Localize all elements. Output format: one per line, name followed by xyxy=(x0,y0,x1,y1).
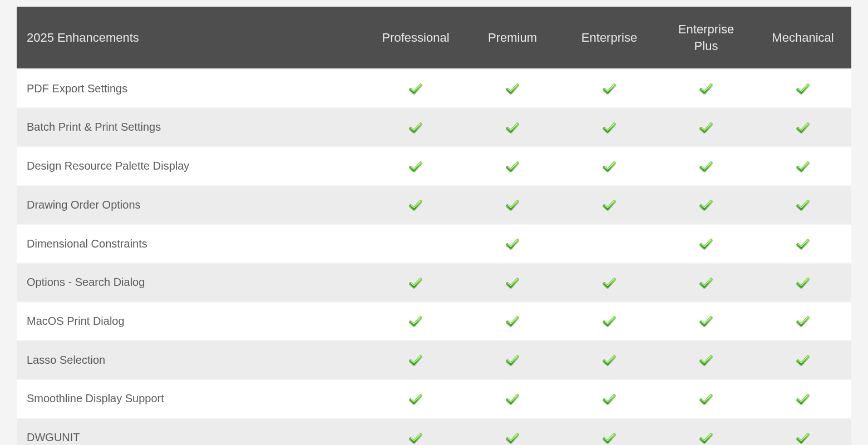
check-icon xyxy=(506,238,519,250)
comparison-table-wrap: 2025 Enhancements Professional Premium E… xyxy=(0,0,868,445)
check-icon xyxy=(506,354,519,367)
check-icon xyxy=(603,354,616,367)
check-icon xyxy=(409,122,422,134)
feature-cell-check xyxy=(367,186,464,224)
check-icon xyxy=(409,161,422,173)
feature-cell-check xyxy=(561,108,658,146)
check-icon xyxy=(603,393,616,406)
check-icon xyxy=(506,432,519,444)
feature-cell-check xyxy=(561,303,658,340)
check-icon xyxy=(603,277,616,289)
column-header-plan: Mechanical xyxy=(754,7,851,68)
feature-cell-check xyxy=(754,341,851,379)
feature-name: Options - Search Dialog xyxy=(17,264,367,301)
check-icon xyxy=(409,393,422,406)
table-row: Batch Print & Print Settings xyxy=(17,108,851,146)
feature-cell-check xyxy=(658,186,754,224)
feature-name: Batch Print & Print Settings xyxy=(17,108,367,146)
feature-cell-check xyxy=(658,303,754,340)
check-icon xyxy=(699,199,713,211)
feature-cell-check xyxy=(754,147,851,185)
feature-cell-check xyxy=(464,303,561,340)
feature-cell-check xyxy=(561,380,658,418)
feature-cell-check xyxy=(367,147,464,185)
check-icon xyxy=(796,238,810,250)
feature-cell-check xyxy=(754,225,851,263)
feature-cell-check xyxy=(464,147,561,185)
check-icon xyxy=(603,122,616,134)
check-icon xyxy=(603,83,616,95)
feature-name: Design Resource Palette Display xyxy=(17,147,367,185)
feature-cell-check xyxy=(658,419,754,445)
feature-name: Lasso Selection xyxy=(17,341,367,379)
table-row: DWGUNIT xyxy=(17,419,851,445)
feature-cell-check xyxy=(658,108,754,146)
feature-cell-check xyxy=(464,419,561,445)
feature-cell-check xyxy=(367,225,464,263)
check-icon xyxy=(506,199,519,211)
column-header-feature: 2025 Enhancements xyxy=(17,7,367,68)
feature-cell-check xyxy=(367,380,464,418)
feature-cell-check xyxy=(561,186,658,224)
check-icon xyxy=(409,315,422,328)
table-row: Drawing Order Options xyxy=(17,186,851,224)
check-icon xyxy=(506,83,519,95)
feature-cell-check xyxy=(754,264,851,301)
check-icon xyxy=(506,161,519,173)
feature-cell-check xyxy=(754,419,851,445)
feature-cell-check xyxy=(367,108,464,146)
check-icon xyxy=(506,277,519,289)
check-icon xyxy=(699,354,713,367)
feature-cell-check xyxy=(754,303,851,340)
table-row: PDF Export Settings xyxy=(17,70,851,107)
column-header-plan: Professional xyxy=(367,7,464,68)
feature-name: Drawing Order Options xyxy=(17,186,367,224)
feature-cell-check xyxy=(464,186,561,224)
feature-cell-check xyxy=(561,341,658,379)
check-icon xyxy=(796,199,810,211)
feature-cell-check xyxy=(367,264,464,301)
check-icon xyxy=(409,432,422,444)
feature-name: Smoothline Display Support xyxy=(17,380,367,418)
feature-cell-check xyxy=(464,70,561,107)
check-icon xyxy=(603,315,616,328)
feature-name: MacOS Print Dialog xyxy=(17,303,367,340)
feature-cell-check xyxy=(754,380,851,418)
check-icon xyxy=(796,354,810,367)
check-icon xyxy=(699,122,713,134)
check-icon xyxy=(603,199,616,211)
table-row: Smoothline Display Support xyxy=(17,380,851,418)
check-icon xyxy=(796,432,810,444)
check-icon xyxy=(699,315,713,328)
table-row: Options - Search Dialog xyxy=(17,264,851,301)
feature-cell-check xyxy=(464,225,561,263)
check-icon xyxy=(409,83,422,95)
check-icon xyxy=(603,161,616,173)
feature-cell-check xyxy=(464,108,561,146)
feature-cell-check xyxy=(367,341,464,379)
feature-cell-check xyxy=(367,419,464,445)
check-icon xyxy=(603,432,616,444)
check-icon xyxy=(699,238,713,250)
column-header-plan: Premium xyxy=(464,7,561,68)
table-row: Dimensional Constraints xyxy=(17,225,851,263)
check-icon xyxy=(409,199,422,211)
check-icon xyxy=(699,83,713,95)
column-header-plan: Enterprise xyxy=(561,7,658,68)
feature-cell-check xyxy=(658,147,754,185)
comparison-table: 2025 Enhancements Professional Premium E… xyxy=(17,6,851,445)
check-icon xyxy=(699,161,713,173)
check-icon xyxy=(506,393,519,406)
check-icon xyxy=(506,315,519,328)
feature-cell-check xyxy=(464,380,561,418)
feature-cell-check xyxy=(658,225,754,263)
check-icon xyxy=(699,393,713,406)
table-body: PDF Export Settings xyxy=(17,70,851,445)
feature-name: Dimensional Constraints xyxy=(17,225,367,263)
column-header-plan: Enterprise Plus xyxy=(658,7,754,68)
check-icon xyxy=(796,83,810,95)
feature-cell-check xyxy=(754,70,851,107)
check-icon xyxy=(796,122,810,134)
check-icon xyxy=(409,354,422,367)
table-row: Design Resource Palette Display xyxy=(17,147,851,185)
